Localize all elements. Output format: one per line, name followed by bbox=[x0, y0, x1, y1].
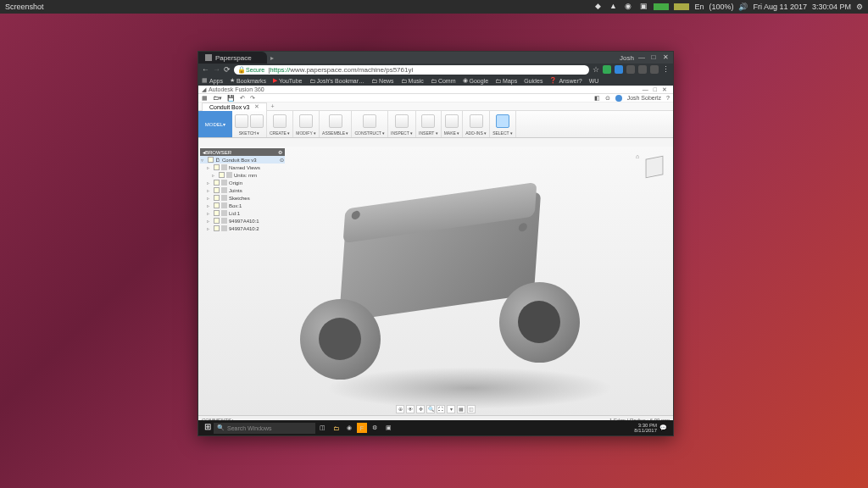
tree-expand-icon[interactable]: ▹ bbox=[207, 210, 212, 216]
taskbar-app-icon[interactable]: ▣ bbox=[382, 422, 394, 434]
orbit-icon[interactable]: ⊕ bbox=[396, 405, 404, 413]
windows-clock[interactable]: 3:30 PM 8/11/2017 bbox=[634, 423, 657, 433]
data-panel-icon[interactable]: ▦ bbox=[202, 95, 208, 102]
visibility-toggle[interactable] bbox=[219, 172, 225, 178]
browser-tab[interactable]: Paperspace bbox=[198, 52, 267, 64]
tray-icon-app3[interactable]: ▣ bbox=[638, 2, 648, 12]
bookmark-apps[interactable]: ▦Apps bbox=[202, 77, 223, 84]
tab-close-icon[interactable]: ✕ bbox=[254, 103, 259, 110]
user-avatar[interactable] bbox=[615, 95, 622, 102]
gear-icon[interactable]: ⚙ bbox=[856, 3, 863, 11]
zoom-icon[interactable]: 🔍 bbox=[426, 405, 435, 413]
viewports-icon[interactable]: ◫ bbox=[467, 405, 476, 413]
new-tab-button[interactable]: ▸ bbox=[267, 54, 277, 62]
extensions-icon[interactable]: ◧ bbox=[594, 95, 600, 102]
bookmark-folder[interactable]: 🗀Josh's Bookmar… bbox=[309, 78, 365, 84]
chrome-user[interactable]: Josh bbox=[620, 54, 634, 62]
document-tab[interactable]: Conduit Box v3 ✕ bbox=[202, 103, 267, 111]
ribbon-label[interactable]: SELECT ▾ bbox=[492, 130, 513, 137]
ribbon-label[interactable]: CREATE ▾ bbox=[270, 130, 290, 137]
tree-item[interactable]: ▹Named Views bbox=[200, 164, 285, 171]
bookmark-item[interactable]: Guides bbox=[524, 78, 542, 84]
save-icon[interactable]: 💾 bbox=[227, 95, 235, 102]
ribbon-label[interactable]: INSPECT ▾ bbox=[391, 130, 413, 137]
bookmark-folder[interactable]: 🗀News bbox=[371, 78, 394, 84]
taskbar-fusion-icon[interactable]: F bbox=[357, 423, 367, 433]
viewport-canvas[interactable]: ◂ BROWSER ⚙ ▿ 🗋 Conduit Box v3 ⊙ ▹Named … bbox=[198, 147, 673, 415]
tree-expand-icon[interactable]: ▹ bbox=[207, 187, 212, 193]
bookmark-item[interactable]: ▶YouTube bbox=[273, 77, 303, 84]
pan-icon[interactable]: ✥ bbox=[416, 405, 425, 413]
back-button[interactable]: ← bbox=[202, 65, 209, 74]
visibility-toggle[interactable] bbox=[214, 225, 220, 231]
bookmark-item[interactable]: ◉Google bbox=[463, 77, 489, 84]
fusion-maximize-button[interactable]: □ bbox=[651, 86, 659, 92]
windows-search-box[interactable]: 🔍 Search Windows bbox=[214, 423, 315, 434]
tree-expand-icon[interactable]: ▹ bbox=[212, 172, 217, 178]
bookmark-folder[interactable]: 🗀Maps bbox=[495, 78, 517, 84]
reload-button[interactable]: ⟳ bbox=[224, 65, 231, 74]
taskbar-settings-icon[interactable]: ⚙ bbox=[369, 422, 381, 434]
bookmark-folder[interactable]: 🗀Comm bbox=[431, 78, 456, 84]
help-icon[interactable]: ? bbox=[666, 95, 670, 101]
fit-icon[interactable]: ⛶ bbox=[437, 405, 445, 413]
display-settings-icon[interactable]: ▾ bbox=[447, 405, 455, 413]
bookmark-item[interactable]: ★Bookmarks bbox=[230, 77, 266, 84]
tree-item[interactable]: ▹Units: mm bbox=[200, 171, 285, 179]
address-bar[interactable]: 🔒 Secure | https://www.paperspace.com/ma… bbox=[234, 65, 589, 75]
tree-expand-icon[interactable]: ▹ bbox=[207, 218, 212, 224]
tray-monitor-yellow[interactable] bbox=[674, 3, 689, 10]
forward-button[interactable]: → bbox=[213, 65, 220, 74]
tree-item[interactable]: ▹Lid:1 bbox=[200, 209, 285, 217]
ribbon-label[interactable]: CONSTRUCT ▾ bbox=[354, 130, 385, 137]
ribbon-label[interactable]: ADD-INS ▾ bbox=[465, 130, 487, 137]
tray-icon-app2[interactable]: ▲ bbox=[608, 2, 618, 12]
file-menu-icon[interactable]: 🗀▾ bbox=[213, 95, 222, 102]
ribbon-tool-icon[interactable] bbox=[235, 114, 248, 128]
ribbon-tool-icon[interactable] bbox=[421, 114, 435, 128]
notification-center-icon[interactable]: 💬 bbox=[657, 424, 670, 431]
ribbon-tool-icon[interactable] bbox=[363, 114, 376, 128]
task-view-icon[interactable]: ◫ bbox=[316, 422, 328, 434]
language-indicator[interactable]: En bbox=[694, 3, 704, 11]
volume-icon[interactable]: 🔊 bbox=[738, 3, 748, 11]
extension-icon-2[interactable] bbox=[615, 65, 623, 74]
window-minimize-button[interactable]: — bbox=[637, 53, 646, 62]
tree-item[interactable]: ▹Box:1 bbox=[200, 202, 285, 209]
ribbon-label[interactable]: MAKE ▾ bbox=[444, 130, 460, 137]
visibility-toggle[interactable] bbox=[214, 218, 220, 224]
ribbon-tool-icon[interactable] bbox=[445, 114, 459, 128]
fusion-minimize-button[interactable]: — bbox=[640, 86, 651, 92]
jobs-icon[interactable]: ⊙ bbox=[605, 95, 610, 102]
battery-indicator[interactable]: (100%) bbox=[709, 3, 733, 11]
time-label[interactable]: 3:30:04 PM bbox=[812, 3, 851, 11]
visibility-toggle[interactable] bbox=[214, 195, 220, 201]
ribbon-tool-icon[interactable] bbox=[250, 114, 264, 128]
visibility-toggle[interactable] bbox=[214, 180, 220, 186]
visibility-toggle[interactable] bbox=[214, 202, 220, 208]
tree-expand-icon[interactable]: ▹ bbox=[207, 225, 212, 231]
tree-item[interactable]: ▹Joints bbox=[200, 186, 285, 194]
chrome-tray-icon[interactable]: ◉ bbox=[623, 2, 633, 12]
tray-monitor-green[interactable] bbox=[654, 3, 669, 10]
add-tab-button[interactable]: + bbox=[270, 103, 274, 109]
tree-item[interactable]: ▹94997A410:2 bbox=[200, 225, 285, 232]
ribbon-tool-icon[interactable] bbox=[395, 114, 409, 128]
ribbon-label[interactable]: ASSEMBLE ▾ bbox=[322, 130, 348, 137]
chrome-menu-icon[interactable]: ⋮ bbox=[662, 65, 670, 74]
visibility-toggle[interactable] bbox=[214, 187, 220, 193]
extension-icon-5[interactable] bbox=[650, 65, 659, 74]
viewcube[interactable]: ⌂ bbox=[636, 153, 666, 184]
tree-root[interactable]: ▿ 🗋 Conduit Box v3 ⊙ bbox=[200, 156, 285, 164]
taskbar-explorer-icon[interactable]: 🗀 bbox=[330, 422, 342, 434]
ribbon-label[interactable]: INSERT ▾ bbox=[419, 130, 438, 137]
start-button[interactable]: ⊞ bbox=[202, 422, 214, 434]
bookmark-star-icon[interactable]: ☆ bbox=[593, 65, 599, 74]
browser-header[interactable]: ◂ BROWSER ⚙ bbox=[200, 148, 285, 156]
extension-icon-3[interactable] bbox=[626, 65, 635, 74]
date-label[interactable]: Fri Aug 11 2017 bbox=[753, 3, 807, 11]
visibility-toggle[interactable] bbox=[214, 210, 220, 216]
ribbon-tool-icon[interactable] bbox=[329, 114, 342, 128]
tree-item[interactable]: ▹Sketches bbox=[200, 194, 285, 202]
visibility-toggle[interactable] bbox=[214, 164, 220, 170]
